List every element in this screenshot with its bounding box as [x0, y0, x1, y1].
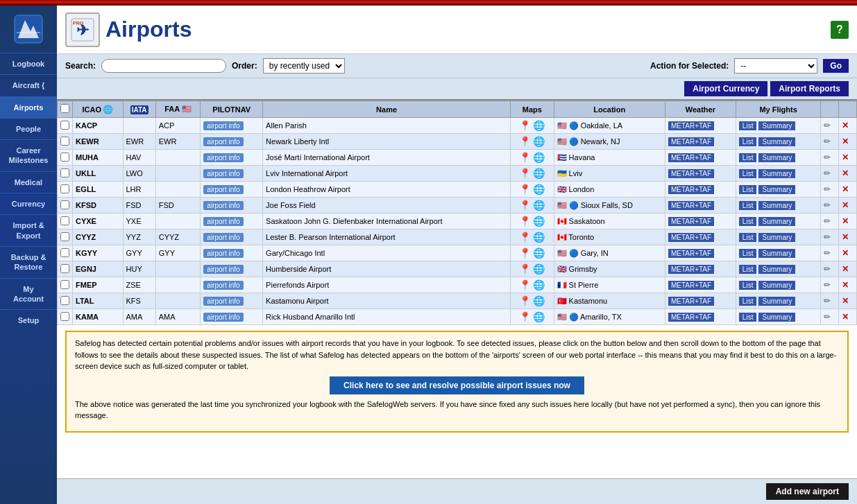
row-checkbox[interactable] [60, 232, 69, 241]
summary-button[interactable]: Summary [758, 137, 795, 146]
edit-icon[interactable]: ✏ [824, 121, 831, 130]
edit-icon[interactable]: ✏ [824, 280, 831, 290]
row-checkbox[interactable] [60, 312, 69, 321]
action-select[interactable]: -- [734, 58, 817, 73]
metar-taf-button[interactable]: METAR+TAF [668, 201, 714, 210]
globe-map-icon[interactable]: 🌐 [533, 152, 545, 163]
delete-icon[interactable]: ✕ [842, 312, 849, 322]
metar-taf-button[interactable]: METAR+TAF [668, 281, 714, 290]
edit-icon[interactable]: ✏ [824, 216, 831, 226]
list-button[interactable]: List [739, 121, 757, 130]
delete-icon[interactable]: ✕ [842, 296, 849, 306]
delete-icon[interactable]: ✕ [842, 232, 849, 242]
select-all-checkbox[interactable] [60, 104, 69, 113]
search-input[interactable] [101, 59, 226, 73]
delete-icon[interactable]: ✕ [842, 184, 849, 194]
airport-info-button[interactable]: airport info [203, 233, 243, 242]
airport-currency-button[interactable]: Airport Currency [684, 81, 767, 96]
list-button[interactable]: List [739, 249, 757, 258]
airport-info-button[interactable]: airport info [203, 265, 243, 274]
list-button[interactable]: List [739, 281, 757, 290]
summary-button[interactable]: Summary [758, 313, 795, 322]
airport-info-button[interactable]: airport info [203, 121, 243, 130]
row-checkbox[interactable] [60, 216, 69, 225]
pin-icon[interactable]: 📍 [519, 120, 531, 131]
summary-button[interactable]: Summary [758, 249, 795, 258]
summary-button[interactable]: Summary [758, 201, 795, 210]
summary-button[interactable]: Summary [758, 265, 795, 274]
go-button[interactable]: Go [823, 59, 849, 73]
summary-button[interactable]: Summary [758, 169, 795, 178]
airport-info-button[interactable]: airport info [203, 217, 243, 226]
pin-icon[interactable]: 📍 [519, 136, 531, 147]
row-checkbox[interactable] [60, 153, 69, 162]
metar-taf-button[interactable]: METAR+TAF [668, 313, 714, 322]
col-weather[interactable]: Weather [665, 101, 736, 118]
list-button[interactable]: List [739, 313, 757, 322]
metar-taf-button[interactable]: METAR+TAF [668, 169, 714, 178]
list-button[interactable]: List [739, 265, 757, 274]
pin-icon[interactable]: 📍 [519, 311, 531, 322]
delete-icon[interactable]: ✕ [842, 200, 849, 210]
delete-icon[interactable]: ✕ [842, 264, 849, 274]
sidebar-item-logbook[interactable]: Logbook [0, 53, 57, 74]
summary-button[interactable]: Summary [758, 153, 795, 162]
edit-icon[interactable]: ✏ [824, 248, 831, 258]
row-checkbox[interactable] [60, 121, 69, 130]
delete-icon[interactable]: ✕ [842, 280, 849, 290]
sidebar-item-my-account[interactable]: MyAccount [0, 278, 57, 310]
list-button[interactable]: List [739, 217, 757, 226]
col-name[interactable]: Name [263, 101, 511, 118]
pin-icon[interactable]: 📍 [519, 263, 531, 275]
list-button[interactable]: List [739, 153, 757, 162]
globe-map-icon[interactable]: 🌐 [533, 216, 545, 227]
pin-icon[interactable]: 📍 [519, 200, 531, 211]
row-checkbox[interactable] [60, 184, 69, 193]
delete-icon[interactable]: ✕ [842, 216, 849, 226]
edit-icon[interactable]: ✏ [824, 184, 831, 194]
list-button[interactable]: List [739, 297, 757, 306]
edit-icon[interactable]: ✏ [824, 264, 831, 274]
globe-map-icon[interactable]: 🌐 [533, 247, 545, 259]
airport-info-button[interactable]: airport info [203, 137, 243, 146]
airport-info-button[interactable]: airport info [203, 281, 243, 290]
globe-map-icon[interactable]: 🌐 [533, 200, 545, 211]
col-my-flights[interactable]: My Flights [736, 101, 821, 118]
metar-taf-button[interactable]: METAR+TAF [668, 217, 714, 226]
globe-map-icon[interactable]: 🌐 [533, 295, 545, 306]
list-button[interactable]: List [739, 233, 757, 242]
metar-taf-button[interactable]: METAR+TAF [668, 137, 714, 146]
pin-icon[interactable]: 📍 [519, 152, 531, 163]
sidebar-item-import-export[interactable]: Import &Export [0, 214, 57, 246]
metar-taf-button[interactable]: METAR+TAF [668, 297, 714, 306]
summary-button[interactable]: Summary [758, 297, 795, 306]
resolve-issues-button[interactable]: Click here to see and resolve possible a… [330, 376, 584, 394]
summary-button[interactable]: Summary [758, 281, 795, 290]
delete-icon[interactable]: ✕ [842, 153, 849, 162]
pin-icon[interactable]: 📍 [519, 184, 531, 195]
globe-map-icon[interactable]: 🌐 [533, 136, 545, 147]
globe-map-icon[interactable]: 🌐 [533, 232, 545, 243]
list-button[interactable]: List [739, 185, 757, 194]
row-checkbox[interactable] [60, 200, 69, 209]
col-icao[interactable]: ICAO 🌐 [73, 101, 124, 118]
globe-map-icon[interactable]: 🌐 [533, 184, 545, 195]
edit-icon[interactable]: ✏ [824, 232, 831, 242]
airport-info-button[interactable]: airport info [203, 169, 243, 178]
globe-map-icon[interactable]: 🌐 [533, 279, 545, 290]
edit-icon[interactable]: ✏ [824, 312, 831, 322]
edit-icon[interactable]: ✏ [824, 168, 831, 178]
globe-map-icon[interactable]: 🌐 [533, 311, 545, 322]
col-pilotnav[interactable]: PILOTNAV [201, 101, 263, 118]
summary-button[interactable]: Summary [758, 233, 795, 242]
list-button[interactable]: List [739, 137, 757, 146]
sidebar-item-career-milestones[interactable]: CareerMilestones [0, 139, 57, 171]
summary-button[interactable]: Summary [758, 217, 795, 226]
col-location[interactable]: Location [554, 101, 665, 118]
metar-taf-button[interactable]: METAR+TAF [668, 249, 714, 258]
col-faa[interactable]: FAA 🇺🇸 [155, 101, 201, 118]
airport-info-button[interactable]: airport info [203, 249, 243, 258]
metar-taf-button[interactable]: METAR+TAF [668, 121, 714, 130]
help-button[interactable]: ? [831, 21, 849, 39]
sidebar-item-people[interactable]: People [0, 118, 57, 139]
